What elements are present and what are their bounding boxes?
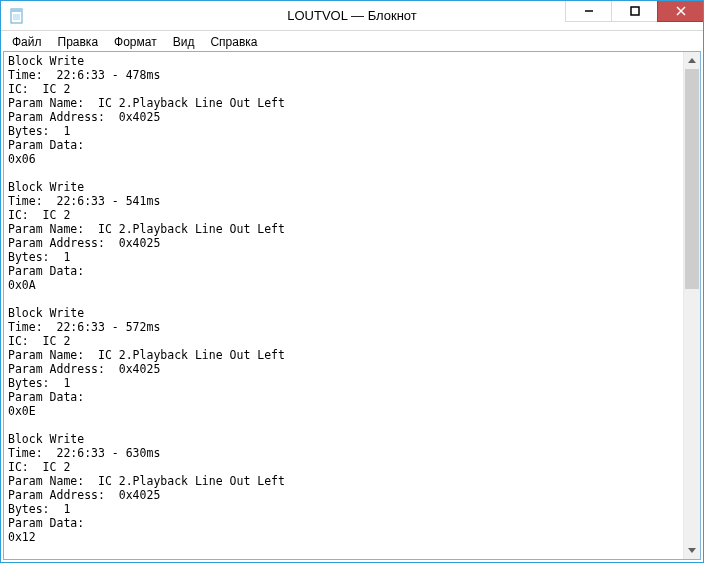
menu-format[interactable]: Формат — [106, 33, 165, 51]
vertical-scrollbar[interactable] — [683, 52, 700, 559]
text-content[interactable]: Block Write Time: 22:6:33 - 478ms IC: IC… — [4, 52, 683, 559]
scrollbar-thumb[interactable] — [685, 69, 699, 289]
editor-area: Block Write Time: 22:6:33 - 478ms IC: IC… — [3, 51, 701, 560]
maximize-button[interactable] — [611, 0, 657, 22]
menu-file[interactable]: Файл — [4, 33, 50, 51]
menu-edit[interactable]: Правка — [50, 33, 107, 51]
minimize-button[interactable] — [565, 0, 611, 22]
window-controls — [565, 1, 703, 30]
close-button[interactable] — [657, 0, 703, 22]
scroll-up-button[interactable] — [684, 52, 700, 69]
svg-rect-1 — [11, 9, 22, 12]
notepad-icon — [9, 8, 25, 24]
svg-rect-6 — [631, 7, 639, 15]
scroll-down-button[interactable] — [684, 542, 700, 559]
menubar: Файл Правка Формат Вид Справка — [1, 31, 703, 52]
menu-help[interactable]: Справка — [202, 33, 265, 51]
menu-view[interactable]: Вид — [165, 33, 203, 51]
titlebar[interactable]: LOUTVOL — Блокнот — [1, 1, 703, 31]
